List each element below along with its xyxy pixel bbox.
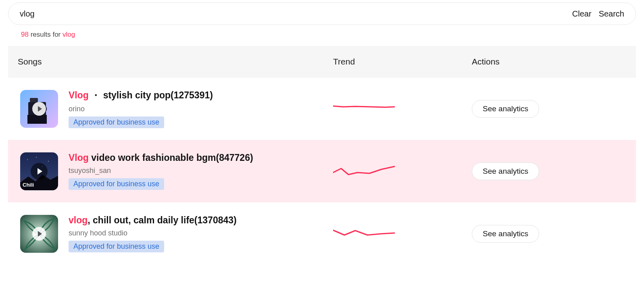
header-trend: Trend [333, 57, 472, 67]
chili-tag: Chili [23, 182, 34, 188]
song-title[interactable]: Vlog ・ stylish city pop(1275391) [69, 89, 213, 102]
song-title-sep: , [88, 215, 93, 225]
song-artist: orino [69, 105, 213, 113]
song-thumbnail[interactable] [20, 215, 58, 253]
play-icon [32, 102, 46, 116]
header-songs: Songs [8, 57, 333, 67]
song-artist: sunny hood studio [69, 229, 237, 237]
table-row[interactable]: Vlog ・ stylish city pop(1275391)orinoApp… [8, 77, 636, 140]
approved-badge: Approved for business use [69, 241, 164, 252]
see-analytics-button[interactable]: See analytics [472, 100, 539, 118]
song-title-rest: chill out, calm daily life(1370843) [93, 215, 237, 225]
search-button[interactable]: Search [599, 9, 624, 19]
song-title-highlight: Vlog [69, 152, 89, 163]
song-title-rest: video work fashionable bgm(847726) [91, 152, 253, 163]
clear-button[interactable]: Clear [572, 9, 592, 19]
song-title-sep: ・ [89, 90, 103, 100]
song-title-highlight: Vlog [69, 90, 89, 100]
song-meta: vlog, chill out, calm daily life(1370843… [69, 215, 237, 252]
song-meta: Vlog ・ stylish city pop(1275391)orinoApp… [69, 89, 213, 128]
song-cell: ChiliVlog video work fashionable bgm(847… [8, 152, 333, 190]
actions-cell: See analytics [472, 100, 636, 118]
song-cell: Vlog ・ stylish city pop(1275391)orinoApp… [8, 89, 333, 128]
results-for-text: results for [29, 31, 63, 38]
song-thumbnail[interactable] [20, 90, 58, 128]
see-analytics-button[interactable]: See analytics [472, 162, 539, 180]
trend-sparkline [333, 227, 472, 241]
song-cell: vlog, chill out, calm daily life(1370843… [8, 215, 333, 253]
play-icon [31, 163, 48, 180]
song-title[interactable]: Vlog video work fashionable bgm(847726) [69, 152, 253, 163]
actions-cell: See analytics [472, 162, 636, 180]
song-title-highlight: vlog [69, 215, 88, 225]
approved-badge: Approved for business use [69, 117, 164, 128]
results-info: 98 results for vlog [21, 31, 636, 39]
search-bar: Clear Search [8, 2, 636, 25]
table-header: Songs Trend Actions [8, 46, 636, 77]
approved-badge: Approved for business use [69, 178, 164, 190]
header-actions: Actions [472, 57, 636, 67]
play-icon [32, 227, 46, 241]
song-artist: tsuyoshi_san [69, 166, 253, 175]
song-title-rest: stylish city pop(1275391) [103, 90, 213, 100]
table-row[interactable]: ChiliVlog video work fashionable bgm(847… [8, 140, 636, 202]
trend-sparkline [333, 164, 472, 178]
results-term: vlog [63, 31, 75, 38]
song-meta: Vlog video work fashionable bgm(847726)t… [69, 152, 253, 190]
see-analytics-button[interactable]: See analytics [472, 225, 539, 243]
actions-cell: See analytics [472, 225, 636, 243]
table-row[interactable]: vlog, chill out, calm daily life(1370843… [8, 202, 636, 265]
trend-sparkline [333, 102, 472, 116]
results-count: 98 [21, 31, 29, 38]
song-thumbnail[interactable]: Chili [20, 152, 58, 190]
song-title[interactable]: vlog, chill out, calm daily life(1370843… [69, 215, 237, 226]
search-input[interactable] [20, 9, 565, 19]
